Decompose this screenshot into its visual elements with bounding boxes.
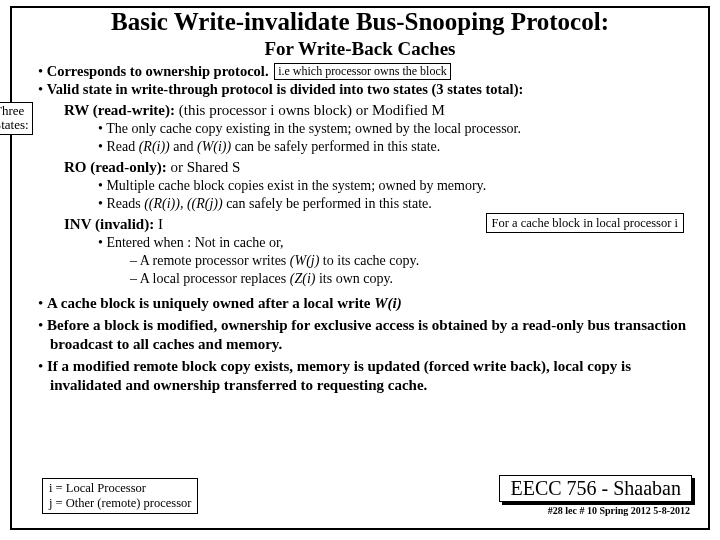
three-states-l2: States:: [0, 118, 29, 133]
three-states-box: Three States:: [0, 102, 33, 136]
state-rw: RW (read-write): (this processor i owns …: [64, 101, 698, 156]
bullet-valid: Valid state in write-through protocol is…: [38, 80, 698, 99]
slide-content: Three States: Corresponds to ownership p…: [12, 60, 708, 396]
ij-legend-box: i = Local Processor j = Other (remote) p…: [42, 478, 198, 514]
lower-b3: If a modified remote block copy exists, …: [38, 357, 698, 395]
footer-course: EECC 756 - Shaaban: [499, 475, 692, 502]
slide-subtitle: For Write-Back Caches: [12, 38, 708, 60]
footer-course-box: EECC 756 - Shaaban: [499, 475, 692, 502]
state-rw-sub2: Read (R(i)) and (W(i)) can be safely per…: [98, 138, 698, 156]
lower-bullets: A cache block is uniquely owned after a …: [38, 294, 698, 396]
inv-note-box: For a cache block in local processor i: [486, 213, 684, 233]
bullet-correspond: Corresponds to ownership protocol. i.e w…: [38, 62, 698, 81]
state-ro-sub1: Multiple cache block copies exist in the…: [98, 177, 698, 195]
slide-title: Basic Write-invalidate Bus-Snooping Prot…: [12, 8, 708, 36]
bullet-correspond-lead: Corresponds to ownership protocol.: [47, 63, 269, 79]
lower-b1: A cache block is uniquely owned after a …: [38, 294, 698, 313]
lower-b2: Before a block is modified, ownership fo…: [38, 316, 698, 354]
state-inv: INV (invalid): I For a cache block in lo…: [64, 215, 698, 288]
footer-meta: #28 lec # 10 Spring 2012 5-8-2012: [548, 505, 690, 516]
ij-l2: j = Other (remote) processor: [49, 496, 191, 511]
state-ro-sub2: Reads ((R(i)), ((R(j)) can safely be per…: [98, 195, 698, 213]
note-owner-box: i.e which processor owns the block: [274, 63, 451, 80]
state-inv-sub1: Entered when : Not in cache or,: [98, 234, 698, 252]
state-inv-dash2: A local processor replaces (Z(i) its own…: [130, 270, 698, 288]
state-ro: RO (read-only): or Shared S Multiple cac…: [64, 158, 698, 213]
ij-l1: i = Local Processor: [49, 481, 191, 496]
state-inv-dash1: A remote processor writes (W(j) to its c…: [130, 252, 698, 270]
state-rw-sub1: The only cache copy existing in the syst…: [98, 120, 698, 138]
three-states-l1: Three: [0, 104, 29, 119]
state-ro-head: RO (read-only): or Shared S: [64, 158, 698, 177]
state-rw-head: RW (read-write): (this processor i owns …: [64, 101, 698, 120]
